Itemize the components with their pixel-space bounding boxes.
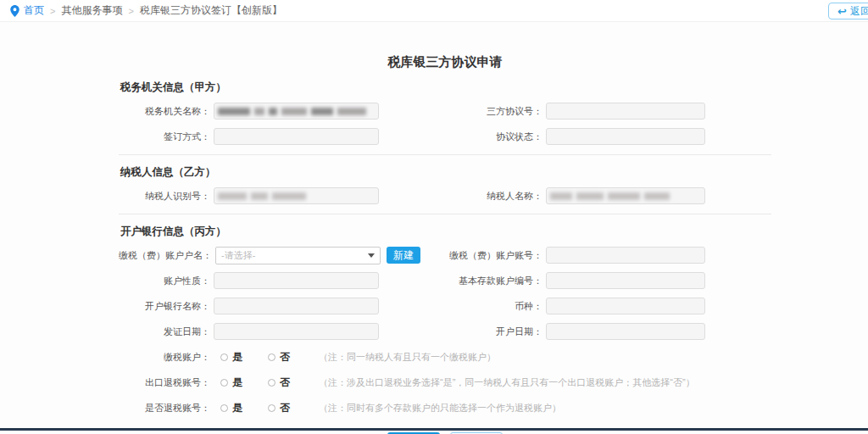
issue-date-label: 发证日期： <box>119 326 214 338</box>
export-rebate-no-radio[interactable] <box>268 379 275 387</box>
section-divider <box>119 154 771 155</box>
issue-date-field[interactable] <box>214 323 379 340</box>
section-header-taxpayer: 纳税人信息（乙方） <box>120 165 771 180</box>
currency-field[interactable] <box>546 298 705 314</box>
yes-option-label: 是 <box>232 350 242 364</box>
tax-authority-name-label: 税务机关名称： <box>119 105 214 118</box>
taxpayer-name-field[interactable] <box>546 187 705 204</box>
pay-account-name-select[interactable]: -请选择- <box>215 247 381 264</box>
open-date-field[interactable] <box>546 323 705 340</box>
agreement-no-field[interactable] <box>546 103 705 120</box>
section-divider <box>119 214 771 214</box>
taxpayer-id-label: 纳税人识别号： <box>119 190 214 203</box>
is-rebate-yes-radio[interactable] <box>220 404 228 412</box>
section-header-bank: 开户银行信息（丙方） <box>120 225 771 239</box>
redacted-value <box>550 192 670 200</box>
pay-account-no-label: 缴税（费）账户账号： <box>445 249 546 262</box>
pay-account-name-placeholder: -请选择- <box>221 249 255 262</box>
account-nature-field[interactable] <box>214 272 379 289</box>
application-form: 税库银三方协议申请 税务机关信息（甲方） 税务机关名称： 三方协议号： 签订方式… <box>119 54 771 434</box>
open-date-label: 开户日期： <box>445 326 546 338</box>
pay-tax-account-label: 缴税账户： <box>119 351 214 364</box>
section-header-tax-authority: 税务机关信息（甲方） <box>120 81 771 95</box>
agreement-no-label: 三方协议号： <box>445 105 546 118</box>
location-pin-icon <box>10 5 19 17</box>
account-nature-label: 账户性质： <box>119 275 214 287</box>
pay-tax-account-yes-radio[interactable] <box>220 353 228 361</box>
redacted-value <box>218 108 366 115</box>
basic-deposit-no-label: 基本存款账户编号： <box>445 275 546 287</box>
sign-method-field[interactable] <box>214 128 379 145</box>
breadcrumb-separator: > <box>50 6 55 16</box>
is-rebate-account-label: 是否退税账号： <box>119 402 214 415</box>
pay-account-name-label: 缴税（费）账户户名： <box>119 249 215 262</box>
top-back-button-label: 返回 <box>850 4 868 19</box>
taxpayer-name-label: 纳税人名称： <box>445 190 546 203</box>
is-rebate-no-radio[interactable] <box>268 404 275 412</box>
breadcrumb-item-current-page: 税库银三方协议签订【创新版】 <box>140 3 282 18</box>
pay-tax-account-note: （注：同一纳税人有且只有一个缴税账户） <box>319 351 496 364</box>
agreement-status-field[interactable] <box>546 128 705 145</box>
no-option-label: 否 <box>280 401 290 415</box>
tax-authority-name-field[interactable] <box>214 103 379 120</box>
export-rebate-yes-radio[interactable] <box>220 379 228 387</box>
export-rebate-note: （注：涉及出口退税业务选择“是”，同一纳税人有且只有一个出口退税账户；其他选择“… <box>319 376 695 389</box>
export-rebate-account-label: 出口退税账号： <box>119 376 214 389</box>
is-rebate-note: （注：同时有多个存款账户的只能选择一个作为退税账户） <box>319 402 561 415</box>
no-option-label: 否 <box>280 350 290 364</box>
bank-name-field[interactable] <box>214 298 379 314</box>
breadcrumb-item-other-services[interactable]: 其他服务事项 <box>61 3 122 18</box>
pay-tax-account-no-radio[interactable] <box>268 353 275 361</box>
yes-option-label: 是 <box>232 376 242 390</box>
yes-option-label: 是 <box>232 401 242 415</box>
page-title: 税库银三方协议申请 <box>119 54 771 70</box>
back-arrow-icon: ↩ <box>837 5 847 18</box>
new-account-button[interactable]: 新建 <box>387 247 420 264</box>
currency-label: 币种： <box>445 300 546 313</box>
breadcrumb-home-link[interactable]: 首页 <box>24 3 44 18</box>
pay-account-no-field[interactable] <box>546 247 705 264</box>
agreement-status-label: 协议状态： <box>445 131 546 143</box>
basic-deposit-no-field[interactable] <box>546 272 705 289</box>
no-option-label: 否 <box>280 376 290 390</box>
bank-name-label: 开户银行名称： <box>119 300 214 313</box>
top-back-button[interactable]: ↩ 返回 <box>828 3 868 19</box>
breadcrumb-bar: 首页 > 其他服务事项 > 税库银三方协议签订【创新版】 ↩ 返回 <box>0 0 868 22</box>
redacted-value <box>218 192 306 200</box>
chevron-down-icon <box>368 253 375 258</box>
bottom-border-bar <box>0 428 868 431</box>
sign-method-label: 签订方式： <box>119 131 214 143</box>
breadcrumb-separator: > <box>128 6 133 16</box>
taxpayer-id-field[interactable] <box>214 187 379 204</box>
